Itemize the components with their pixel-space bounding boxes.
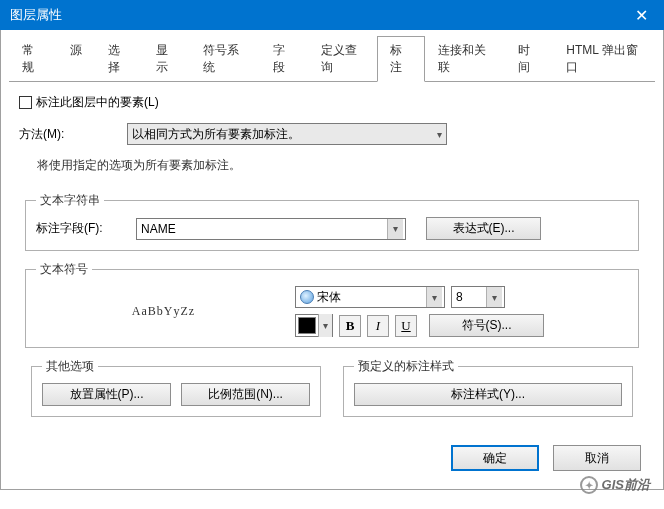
- method-label: 方法(M):: [19, 126, 119, 143]
- font-size-value: 8: [456, 290, 463, 304]
- close-button[interactable]: ✕: [619, 0, 664, 30]
- text-symbol-legend: 文本符号: [36, 261, 92, 278]
- font-family-value: 宋体: [317, 289, 341, 306]
- font-color-picker[interactable]: ▾: [295, 314, 333, 337]
- chevron-down-icon: ▾: [437, 129, 442, 140]
- dialog-body: 常规 源 选择 显示 符号系统 字段 定义查询 标注 连接和关联 时间 HTML…: [0, 30, 664, 490]
- tab-time[interactable]: 时间: [505, 36, 553, 81]
- other-options-group: 其他选项 放置属性(P)... 比例范围(N)...: [31, 358, 321, 417]
- chevron-down-icon: ▾: [318, 314, 332, 337]
- label-field-label: 标注字段(F):: [36, 220, 126, 237]
- chevron-down-icon: ▾: [387, 219, 403, 239]
- chevron-down-icon: ▾: [426, 287, 442, 307]
- text-string-legend: 文本字符串: [36, 192, 104, 209]
- ok-button[interactable]: 确定: [451, 445, 539, 471]
- tab-strip: 常规 源 选择 显示 符号系统 字段 定义查询 标注 连接和关联 时间 HTML…: [9, 36, 655, 82]
- color-swatch: [298, 317, 316, 334]
- other-options-legend: 其他选项: [42, 358, 98, 375]
- placement-button[interactable]: 放置属性(P)...: [42, 383, 171, 406]
- tab-html-popup[interactable]: HTML 弹出窗口: [553, 36, 655, 81]
- text-symbol-group: 文本符号 AaBbYyZz 宋体 ▾ 8 ▾: [25, 261, 639, 348]
- symbol-button[interactable]: 符号(S)...: [429, 314, 544, 337]
- label-features-checkbox[interactable]: [19, 96, 32, 109]
- tab-selection[interactable]: 选择: [95, 36, 143, 81]
- cancel-button[interactable]: 取消: [553, 445, 641, 471]
- label-features-text: 标注此图层中的要素(L): [36, 94, 159, 111]
- italic-button[interactable]: I: [367, 315, 389, 337]
- font-icon: [300, 290, 314, 304]
- tab-joins[interactable]: 连接和关联: [425, 36, 505, 81]
- method-value: 以相同方式为所有要素加标注。: [132, 126, 300, 143]
- chevron-down-icon: ▾: [486, 287, 502, 307]
- tab-labels[interactable]: 标注: [377, 36, 425, 82]
- tab-source[interactable]: 源: [57, 36, 95, 81]
- method-select[interactable]: 以相同方式为所有要素加标注。 ▾: [127, 123, 447, 145]
- tab-symbology[interactable]: 符号系统: [190, 36, 260, 81]
- expression-button[interactable]: 表达式(E)...: [426, 217, 541, 240]
- dialog-buttons: 确定 取消: [9, 437, 655, 481]
- close-icon: ✕: [635, 6, 648, 25]
- wechat-icon: ✦: [580, 476, 598, 494]
- window-title: 图层属性: [10, 6, 62, 24]
- bold-button[interactable]: B: [339, 315, 361, 337]
- watermark: ✦ GIS前沿: [580, 476, 650, 494]
- font-family-select[interactable]: 宋体 ▾: [295, 286, 445, 308]
- scale-range-button[interactable]: 比例范围(N)...: [181, 383, 310, 406]
- sample-text: AaBbYyZz: [36, 304, 291, 319]
- tab-defquery[interactable]: 定义查询: [308, 36, 378, 81]
- tab-content: 标注此图层中的要素(L) 方法(M): 以相同方式为所有要素加标注。 ▾ 将使用…: [9, 82, 655, 437]
- tab-display[interactable]: 显示: [143, 36, 191, 81]
- method-description: 将使用指定的选项为所有要素加标注。: [37, 157, 645, 174]
- label-field-select[interactable]: NAME ▾: [136, 218, 406, 240]
- label-field-value: NAME: [141, 222, 176, 236]
- label-style-button[interactable]: 标注样式(Y)...: [354, 383, 622, 406]
- predefined-styles-group: 预定义的标注样式 标注样式(Y)...: [343, 358, 633, 417]
- font-size-select[interactable]: 8 ▾: [451, 286, 505, 308]
- predefined-styles-legend: 预定义的标注样式: [354, 358, 458, 375]
- tab-fields[interactable]: 字段: [260, 36, 308, 81]
- title-bar: 图层属性 ✕: [0, 0, 664, 30]
- underline-button[interactable]: U: [395, 315, 417, 337]
- tab-general[interactable]: 常规: [9, 36, 57, 81]
- text-string-group: 文本字符串 标注字段(F): NAME ▾ 表达式(E)...: [25, 192, 639, 251]
- watermark-text: GIS前沿: [602, 476, 650, 494]
